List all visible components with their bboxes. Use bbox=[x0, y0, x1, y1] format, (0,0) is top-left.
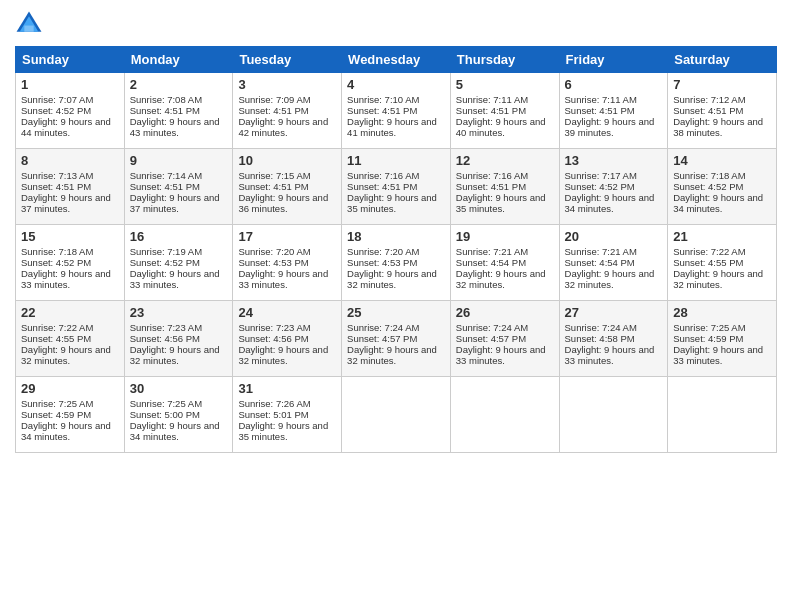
sunset-text: Sunset: 4:54 PM bbox=[565, 257, 663, 268]
sunrise-text: Sunrise: 7:18 AM bbox=[673, 170, 771, 181]
day-number: 19 bbox=[456, 229, 554, 244]
daylight-text: Daylight: 9 hours and 32 minutes. bbox=[130, 344, 228, 366]
header-row: Sunday Monday Tuesday Wednesday Thursday… bbox=[16, 47, 777, 73]
day-number: 24 bbox=[238, 305, 336, 320]
calendar-cell: 12Sunrise: 7:16 AMSunset: 4:51 PMDayligh… bbox=[450, 149, 559, 225]
sunset-text: Sunset: 4:52 PM bbox=[21, 257, 119, 268]
sunset-text: Sunset: 4:51 PM bbox=[565, 105, 663, 116]
daylight-text: Daylight: 9 hours and 44 minutes. bbox=[21, 116, 119, 138]
daylight-text: Daylight: 9 hours and 35 minutes. bbox=[347, 192, 445, 214]
daylight-text: Daylight: 9 hours and 32 minutes. bbox=[673, 268, 771, 290]
sunset-text: Sunset: 4:51 PM bbox=[130, 181, 228, 192]
calendar-row: 29Sunrise: 7:25 AMSunset: 4:59 PMDayligh… bbox=[16, 377, 777, 453]
sunrise-text: Sunrise: 7:21 AM bbox=[565, 246, 663, 257]
calendar-cell: 31Sunrise: 7:26 AMSunset: 5:01 PMDayligh… bbox=[233, 377, 342, 453]
header bbox=[15, 10, 777, 38]
sunrise-text: Sunrise: 7:15 AM bbox=[238, 170, 336, 181]
day-number: 14 bbox=[673, 153, 771, 168]
sunset-text: Sunset: 4:51 PM bbox=[238, 105, 336, 116]
calendar-row: 1Sunrise: 7:07 AMSunset: 4:52 PMDaylight… bbox=[16, 73, 777, 149]
sunrise-text: Sunrise: 7:16 AM bbox=[456, 170, 554, 181]
sunset-text: Sunset: 4:51 PM bbox=[21, 181, 119, 192]
day-number: 17 bbox=[238, 229, 336, 244]
sunset-text: Sunset: 5:00 PM bbox=[130, 409, 228, 420]
day-number: 26 bbox=[456, 305, 554, 320]
sunset-text: Sunset: 4:57 PM bbox=[456, 333, 554, 344]
day-number: 31 bbox=[238, 381, 336, 396]
daylight-text: Daylight: 9 hours and 33 minutes. bbox=[673, 344, 771, 366]
sunset-text: Sunset: 4:56 PM bbox=[130, 333, 228, 344]
sunrise-text: Sunrise: 7:24 AM bbox=[347, 322, 445, 333]
sunrise-text: Sunrise: 7:17 AM bbox=[565, 170, 663, 181]
calendar-cell bbox=[668, 377, 777, 453]
calendar-cell: 29Sunrise: 7:25 AMSunset: 4:59 PMDayligh… bbox=[16, 377, 125, 453]
calendar-row: 22Sunrise: 7:22 AMSunset: 4:55 PMDayligh… bbox=[16, 301, 777, 377]
day-number: 11 bbox=[347, 153, 445, 168]
calendar-cell: 20Sunrise: 7:21 AMSunset: 4:54 PMDayligh… bbox=[559, 225, 668, 301]
day-number: 21 bbox=[673, 229, 771, 244]
daylight-text: Daylight: 9 hours and 33 minutes. bbox=[565, 344, 663, 366]
calendar-cell: 11Sunrise: 7:16 AMSunset: 4:51 PMDayligh… bbox=[342, 149, 451, 225]
sunset-text: Sunset: 4:56 PM bbox=[238, 333, 336, 344]
calendar-cell: 22Sunrise: 7:22 AMSunset: 4:55 PMDayligh… bbox=[16, 301, 125, 377]
sunrise-text: Sunrise: 7:10 AM bbox=[347, 94, 445, 105]
day-number: 4 bbox=[347, 77, 445, 92]
calendar-cell: 30Sunrise: 7:25 AMSunset: 5:00 PMDayligh… bbox=[124, 377, 233, 453]
day-number: 5 bbox=[456, 77, 554, 92]
sunset-text: Sunset: 4:52 PM bbox=[673, 181, 771, 192]
daylight-text: Daylight: 9 hours and 33 minutes. bbox=[21, 268, 119, 290]
calendar-cell: 7Sunrise: 7:12 AMSunset: 4:51 PMDaylight… bbox=[668, 73, 777, 149]
sunset-text: Sunset: 4:52 PM bbox=[21, 105, 119, 116]
calendar-cell: 16Sunrise: 7:19 AMSunset: 4:52 PMDayligh… bbox=[124, 225, 233, 301]
sunrise-text: Sunrise: 7:19 AM bbox=[130, 246, 228, 257]
sunrise-text: Sunrise: 7:24 AM bbox=[456, 322, 554, 333]
sunset-text: Sunset: 4:51 PM bbox=[238, 181, 336, 192]
sunset-text: Sunset: 4:51 PM bbox=[673, 105, 771, 116]
calendar-cell: 2Sunrise: 7:08 AMSunset: 4:51 PMDaylight… bbox=[124, 73, 233, 149]
calendar-cell: 18Sunrise: 7:20 AMSunset: 4:53 PMDayligh… bbox=[342, 225, 451, 301]
sunrise-text: Sunrise: 7:23 AM bbox=[238, 322, 336, 333]
daylight-text: Daylight: 9 hours and 39 minutes. bbox=[565, 116, 663, 138]
day-number: 16 bbox=[130, 229, 228, 244]
sunrise-text: Sunrise: 7:12 AM bbox=[673, 94, 771, 105]
sunrise-text: Sunrise: 7:08 AM bbox=[130, 94, 228, 105]
sunset-text: Sunset: 4:59 PM bbox=[21, 409, 119, 420]
sunset-text: Sunset: 4:51 PM bbox=[456, 181, 554, 192]
daylight-text: Daylight: 9 hours and 33 minutes. bbox=[238, 268, 336, 290]
daylight-text: Daylight: 9 hours and 32 minutes. bbox=[21, 344, 119, 366]
sunrise-text: Sunrise: 7:09 AM bbox=[238, 94, 336, 105]
daylight-text: Daylight: 9 hours and 38 minutes. bbox=[673, 116, 771, 138]
calendar-cell: 6Sunrise: 7:11 AMSunset: 4:51 PMDaylight… bbox=[559, 73, 668, 149]
daylight-text: Daylight: 9 hours and 34 minutes. bbox=[565, 192, 663, 214]
day-number: 9 bbox=[130, 153, 228, 168]
sunset-text: Sunset: 4:54 PM bbox=[456, 257, 554, 268]
calendar-cell: 26Sunrise: 7:24 AMSunset: 4:57 PMDayligh… bbox=[450, 301, 559, 377]
sunset-text: Sunset: 4:51 PM bbox=[456, 105, 554, 116]
col-sunday: Sunday bbox=[16, 47, 125, 73]
day-number: 20 bbox=[565, 229, 663, 244]
daylight-text: Daylight: 9 hours and 40 minutes. bbox=[456, 116, 554, 138]
sunrise-text: Sunrise: 7:14 AM bbox=[130, 170, 228, 181]
daylight-text: Daylight: 9 hours and 34 minutes. bbox=[673, 192, 771, 214]
sunrise-text: Sunrise: 7:11 AM bbox=[456, 94, 554, 105]
day-number: 22 bbox=[21, 305, 119, 320]
col-thursday: Thursday bbox=[450, 47, 559, 73]
calendar-cell bbox=[450, 377, 559, 453]
daylight-text: Daylight: 9 hours and 41 minutes. bbox=[347, 116, 445, 138]
daylight-text: Daylight: 9 hours and 37 minutes. bbox=[21, 192, 119, 214]
daylight-text: Daylight: 9 hours and 42 minutes. bbox=[238, 116, 336, 138]
col-tuesday: Tuesday bbox=[233, 47, 342, 73]
calendar-cell: 10Sunrise: 7:15 AMSunset: 4:51 PMDayligh… bbox=[233, 149, 342, 225]
calendar-cell bbox=[559, 377, 668, 453]
sunset-text: Sunset: 4:51 PM bbox=[130, 105, 228, 116]
sunrise-text: Sunrise: 7:07 AM bbox=[21, 94, 119, 105]
sunrise-text: Sunrise: 7:25 AM bbox=[673, 322, 771, 333]
calendar-cell: 25Sunrise: 7:24 AMSunset: 4:57 PMDayligh… bbox=[342, 301, 451, 377]
calendar-cell: 17Sunrise: 7:20 AMSunset: 4:53 PMDayligh… bbox=[233, 225, 342, 301]
sunrise-text: Sunrise: 7:11 AM bbox=[565, 94, 663, 105]
page-container: Sunday Monday Tuesday Wednesday Thursday… bbox=[0, 0, 792, 463]
day-number: 12 bbox=[456, 153, 554, 168]
daylight-text: Daylight: 9 hours and 35 minutes. bbox=[238, 420, 336, 442]
calendar-cell bbox=[342, 377, 451, 453]
sunrise-text: Sunrise: 7:25 AM bbox=[130, 398, 228, 409]
